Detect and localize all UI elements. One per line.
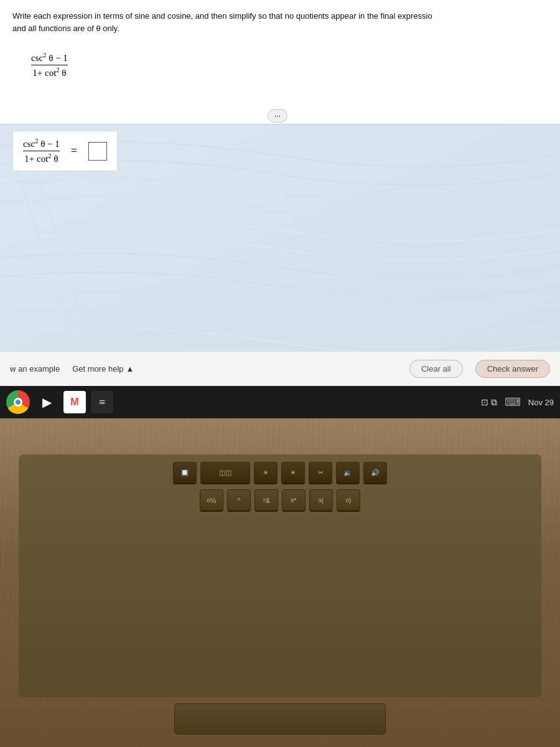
taskbar-time: Nov 29 <box>528 398 554 407</box>
taskbar-right: ⊡ ⧉ ⌨ Nov 29 <box>481 395 554 409</box>
main-fraction: csc2 θ − 1 1+ cot2 θ <box>31 52 68 78</box>
keyboard-number-row: 6% ^ 7& 8* 9( 0) <box>26 489 534 512</box>
laptop-screen: Write each expression in terms of sine a… <box>0 0 560 386</box>
answer-fraction: csc2 θ − 1 1+ cot2 θ <box>23 138 60 164</box>
key-brightness-up[interactable]: ☀ <box>281 462 305 484</box>
show-example-link[interactable]: w an example <box>10 364 60 374</box>
key-volume-down[interactable]: 🔉 <box>336 462 360 484</box>
keyboard-function-row: 🔲 ◫◫ ☀ ☀ ✂ 🔉 🔊 <box>26 462 534 484</box>
key-mute[interactable]: ✂ <box>309 462 332 484</box>
key-volume-up[interactable]: 🔊 <box>363 462 387 484</box>
trackpad[interactable] <box>174 703 386 735</box>
taskbar: ▶ M ≡ ⊡ ⧉ ⌨ Nov 29 <box>0 386 560 418</box>
key-screenshot[interactable]: 🔲 <box>173 462 197 484</box>
answer-input-box[interactable] <box>88 142 107 161</box>
key-open-paren[interactable]: 9( <box>309 489 333 512</box>
key-percent[interactable]: 6% <box>200 489 223 512</box>
keyboard-icon: ⌨ <box>505 395 521 409</box>
fraction-numerator: csc2 θ − 1 <box>31 52 68 65</box>
menu-icon[interactable]: ≡ <box>91 391 113 413</box>
clear-all-button[interactable]: Clear all <box>409 360 463 378</box>
more-options-button[interactable]: ··· <box>268 109 287 123</box>
get-more-help-button[interactable]: Get more help ▲ <box>72 364 134 374</box>
key-ampersand[interactable]: 7& <box>254 489 278 512</box>
key-asterisk[interactable]: 8* <box>282 489 306 512</box>
key-close-paren[interactable]: 0) <box>337 489 360 512</box>
fraction-denominator: 1+ cot2 θ <box>32 65 66 78</box>
play-icon[interactable]: ▶ <box>35 390 58 414</box>
key-caret[interactable]: ^ <box>227 489 251 512</box>
key-fullscreen[interactable]: ◫◫ <box>200 462 250 484</box>
keyboard-area: 🔲 ◫◫ ☀ ☀ ✂ 🔉 🔊 6% ^ 7& 8* 9( 0) <box>19 454 541 697</box>
answer-section: csc2 θ − 1 1+ cot2 θ = <box>12 131 118 171</box>
answer-fraction-denominator: 1+ cot2 θ <box>24 151 58 164</box>
problem-text: Write each expression in terms of sine a… <box>12 10 548 34</box>
equals-sign: = <box>71 144 77 157</box>
gmail-icon[interactable]: M <box>63 391 86 413</box>
math-content-area: Write each expression in terms of sine a… <box>0 0 560 125</box>
answer-fraction-numerator: csc2 θ − 1 <box>23 138 60 151</box>
check-answer-button[interactable]: Check answer <box>475 360 550 378</box>
chrome-icon[interactable] <box>6 390 30 414</box>
app-bottom-bar: w an example Get more help ▲ Clear all C… <box>0 351 560 386</box>
window-controls[interactable]: ⊡ ⧉ <box>481 397 497 408</box>
key-brightness-down[interactable]: ☀ <box>254 462 278 484</box>
